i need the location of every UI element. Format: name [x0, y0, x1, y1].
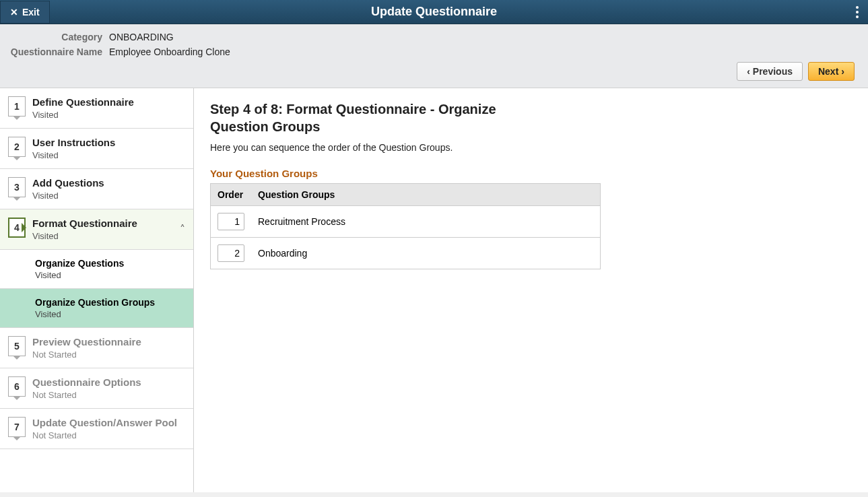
sidebar-step-preview-questionnaire[interactable]: 5 Preview Questionnaire Not Started: [0, 328, 193, 368]
sidebar-step-questionnaire-options[interactable]: 6 Questionnaire Options Not Started: [0, 368, 193, 409]
content-area: 1 Define Questionnaire Visited 2 User In…: [0, 88, 868, 492]
step-status: Not Started: [32, 350, 185, 360]
exit-label: Exit: [22, 7, 40, 18]
substep-title: Organize Question Groups: [35, 297, 185, 308]
step-title: Preview Questionnaire: [32, 336, 185, 348]
order-input[interactable]: [218, 213, 244, 230]
step-heading: Step 4 of 8: Format Questionnaire - Orga…: [210, 100, 506, 135]
step-title: User Instructions: [32, 137, 185, 149]
substep-status: Visited: [35, 309, 185, 319]
table-row: Recruitment Process: [211, 206, 601, 238]
chevron-left-icon: ‹: [747, 66, 750, 77]
header-bar: ✕ Exit Update Questionnaire: [0, 0, 868, 24]
table-row: Onboarding: [211, 238, 601, 269]
sidebar-step-format-questionnaire[interactable]: 4 Format Questionnaire Visited ˄: [0, 209, 193, 250]
next-button[interactable]: Next ›: [808, 62, 855, 81]
previous-label: Previous: [753, 66, 793, 77]
step-status: Not Started: [32, 430, 185, 440]
step-status: Not Started: [32, 390, 185, 400]
step-badge: 7: [8, 417, 26, 437]
step-text: Preview Questionnaire Not Started: [32, 336, 185, 360]
previous-button[interactable]: ‹ Previous: [737, 62, 803, 81]
step-text: Questionnaire Options Not Started: [32, 376, 185, 400]
questionnaire-name-value: Employee Onboarding Clone: [109, 44, 230, 59]
step-description: Here you can sequence the order of the Q…: [210, 142, 852, 153]
step-text: Add Questions Visited: [32, 177, 185, 201]
category-row: Category ONBOARDING: [8, 30, 860, 44]
step-status: Visited: [32, 110, 185, 120]
questionnaire-name-row: Questionnaire Name Employee Onboarding C…: [8, 44, 860, 59]
category-label: Category: [8, 30, 109, 44]
step-status: Visited: [32, 231, 173, 241]
question-group-name: Recruitment Process: [251, 206, 601, 238]
step-badge: 3: [8, 177, 26, 197]
step-text: User Instructions Visited: [32, 137, 185, 160]
sidebar-step-define-questionnaire[interactable]: 1 Define Questionnaire Visited: [0, 88, 193, 129]
col-header-order: Order: [211, 184, 252, 206]
page-title: Update Questionnaire: [371, 5, 497, 19]
step-badge: 5: [8, 336, 26, 356]
question-groups-table: Order Question Groups Recruitment Proces…: [210, 183, 601, 269]
step-title: Format Questionnaire: [32, 218, 173, 230]
next-label: Next: [818, 66, 838, 77]
sidebar-substep-organize-questions[interactable]: Organize Questions Visited: [0, 250, 193, 289]
step-status: Visited: [32, 150, 185, 160]
section-title: Your Question Groups: [210, 168, 852, 179]
step-title: Define Questionnaire: [32, 96, 185, 108]
col-header-question-groups: Question Groups: [251, 184, 601, 206]
step-title: Update Question/Answer Pool: [32, 417, 185, 429]
questionnaire-name-label: Questionnaire Name: [8, 44, 109, 59]
more-actions-icon[interactable]: [856, 6, 859, 18]
exit-button[interactable]: ✕ Exit: [0, 1, 50, 24]
sidebar-substep-organize-question-groups[interactable]: Organize Question Groups Visited: [0, 289, 193, 328]
step-badge: 2: [8, 137, 26, 157]
question-group-name: Onboarding: [251, 238, 601, 269]
category-value: ONBOARDING: [109, 30, 174, 44]
wizard-sidebar[interactable]: 1 Define Questionnaire Visited 2 User In…: [0, 88, 194, 492]
main-panel: Step 4 of 8: Format Questionnaire - Orga…: [194, 88, 868, 492]
sidebar-step-add-questions[interactable]: 3 Add Questions Visited: [0, 169, 193, 209]
substep-title: Organize Questions: [35, 258, 185, 269]
sidebar-step-user-instructions[interactable]: 2 User Instructions Visited: [0, 129, 193, 169]
order-input[interactable]: [218, 244, 244, 262]
step-badge: 4: [8, 218, 26, 238]
substep-status: Visited: [35, 270, 185, 280]
step-title: Add Questions: [32, 177, 185, 189]
nav-buttons: ‹ Previous Next ›: [8, 59, 860, 81]
step-badge: 1: [8, 96, 26, 117]
step-text: Format Questionnaire Visited: [32, 218, 173, 241]
close-icon: ✕: [10, 7, 18, 18]
chevron-up-icon[interactable]: ˄: [180, 223, 185, 236]
step-badge: 6: [8, 376, 26, 397]
sidebar-step-update-question-answer-pool[interactable]: 7 Update Question/Answer Pool Not Starte…: [0, 409, 193, 449]
chevron-right-icon: ›: [841, 66, 844, 77]
step-text: Define Questionnaire Visited: [32, 96, 185, 120]
step-text: Update Question/Answer Pool Not Started: [32, 417, 185, 440]
step-status: Visited: [32, 191, 185, 201]
info-bar: Category ONBOARDING Questionnaire Name E…: [0, 24, 868, 88]
step-title: Questionnaire Options: [32, 376, 185, 389]
